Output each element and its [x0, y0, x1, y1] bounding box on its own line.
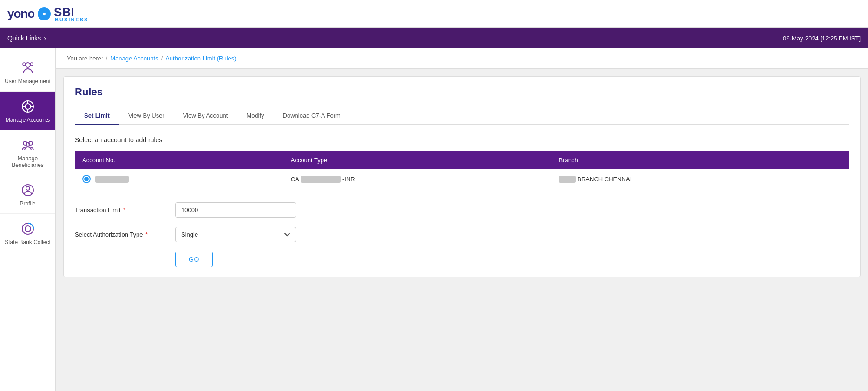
svg-point-2: [23, 63, 26, 66]
go-button-row: GO: [75, 252, 849, 267]
col-header-branch: Branch: [552, 151, 849, 169]
account-type-prefix: CA: [291, 176, 299, 183]
quick-links-arrow: ›: [44, 34, 46, 42]
radio-cell: [82, 175, 276, 183]
col-header-account-no: Account No.: [75, 151, 283, 169]
manage-accounts-icon: [20, 98, 36, 115]
sidebar-label-manage-accounts: Manage Accounts: [6, 117, 50, 123]
branch-cell: BRANCH CHENNAI: [552, 169, 849, 189]
breadcrumb-sep2: /: [161, 55, 163, 62]
tabs-bar: Set Limit View By User View By Account M…: [75, 107, 849, 125]
tab-set-limit[interactable]: Set Limit: [75, 107, 119, 125]
quick-links-label: Quick Links: [7, 34, 41, 42]
auth-type-row: Select Authorization Type * Single Joint…: [75, 227, 849, 242]
rules-panel: Rules Set Limit View By User View By Acc…: [63, 76, 861, 277]
breadcrumb: You are here: / Manage Accounts / Author…: [56, 48, 868, 69]
go-button[interactable]: GO: [175, 252, 213, 267]
user-management-icon: [20, 60, 36, 76]
svg-point-13: [26, 186, 30, 190]
auth-type-label: Select Authorization Type *: [75, 231, 168, 238]
sidebar-item-profile[interactable]: Profile: [0, 175, 55, 214]
logo-business: BUSINESS: [55, 17, 88, 22]
sidebar-item-manage-beneficiaries[interactable]: Manage Beneficiaries: [0, 130, 55, 175]
account-no-blurred: [95, 176, 129, 183]
datetime: 09-May-2024 [12:25 PM IST]: [783, 35, 861, 42]
state-bank-collect-icon: [20, 220, 36, 237]
table-header-row: Account No. Account Type Branch: [75, 151, 849, 169]
quick-links-button[interactable]: Quick Links ›: [7, 34, 46, 42]
sidebar-label-user-management: User Management: [5, 78, 51, 85]
svg-point-1: [30, 63, 33, 66]
account-type-cell: CA -INR: [283, 169, 552, 189]
required-star-auth: *: [145, 231, 148, 238]
tab-download-c7a[interactable]: Download C7-A Form: [274, 107, 350, 125]
rules-title: Rules: [75, 86, 849, 98]
breadcrumb-sep1: /: [106, 55, 108, 62]
sidebar-item-manage-accounts[interactable]: Manage Accounts: [0, 92, 55, 130]
account-no-cell: [75, 169, 283, 189]
profile-icon: [20, 182, 36, 199]
account-type-blurred: [301, 176, 341, 183]
radio-button[interactable]: [82, 175, 91, 183]
required-star-transaction: *: [123, 206, 125, 213]
auth-type-select[interactable]: Single Joint Multiple: [175, 227, 296, 242]
logo-area: yono ● SBI BUSINESS: [7, 5, 88, 22]
account-type-suffix: -INR: [342, 176, 355, 183]
logo-sbi-group: SBI BUSINESS: [54, 5, 88, 22]
header: yono ● SBI BUSINESS: [0, 0, 868, 28]
branch-blurred: [559, 176, 576, 183]
section-subtitle: Select an account to add rules: [75, 136, 849, 144]
tab-view-by-user[interactable]: View By User: [119, 107, 174, 125]
sidebar: User Management Manage Accounts: [0, 48, 56, 391]
sidebar-label-profile: Profile: [20, 200, 35, 207]
transaction-limit-label: Transaction Limit *: [75, 206, 168, 213]
tab-view-by-account[interactable]: View By Account: [174, 107, 237, 125]
breadcrumb-you-are-here: You are here:: [67, 55, 103, 62]
breadcrumb-link-manage-accounts[interactable]: Manage Accounts: [110, 55, 158, 62]
main-layout: User Management Manage Accounts: [0, 48, 868, 391]
content-area: You are here: / Manage Accounts / Author…: [56, 48, 868, 391]
sidebar-label-manage-beneficiaries: Manage Beneficiaries: [4, 155, 52, 168]
col-header-account-type: Account Type: [283, 151, 552, 169]
manage-beneficiaries-icon: [20, 137, 36, 153]
tab-modify[interactable]: Modify: [237, 107, 273, 125]
logo-yono: yono: [7, 7, 34, 21]
transaction-limit-input[interactable]: [175, 202, 296, 218]
branch-suffix: BRANCH CHENNAI: [577, 176, 631, 183]
table-row[interactable]: CA -INR BRANCH CHENNAI: [75, 169, 849, 189]
logo-sbi-circle: ●: [38, 7, 51, 20]
svg-point-15: [25, 226, 31, 232]
breadcrumb-link-auth-limit[interactable]: Authorization Limit (Rules): [165, 55, 236, 62]
transaction-limit-row: Transaction Limit *: [75, 202, 849, 218]
sidebar-label-state-bank-collect: State Bank Collect: [5, 239, 51, 245]
sidebar-item-user-management[interactable]: User Management: [0, 53, 55, 92]
svg-point-0: [26, 63, 30, 67]
sidebar-item-state-bank-collect[interactable]: State Bank Collect: [0, 214, 55, 252]
svg-point-4: [25, 104, 31, 109]
account-table: Account No. Account Type Branch: [75, 151, 849, 189]
quick-links-bar: Quick Links › 09-May-2024 [12:25 PM IST]: [0, 28, 868, 48]
